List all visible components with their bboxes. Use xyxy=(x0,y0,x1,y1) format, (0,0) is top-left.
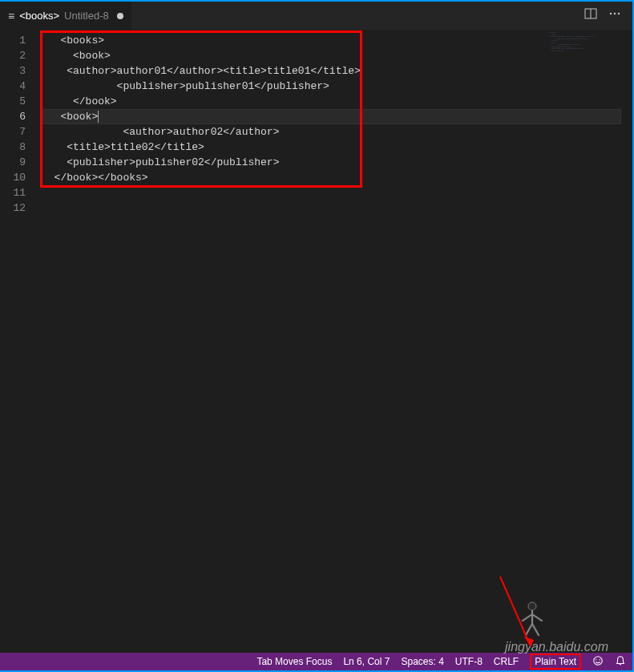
code-line[interactable]: <author>author01</author><title>title01<… xyxy=(40,63,621,79)
line-number: 1 xyxy=(0,33,26,48)
svg-point-10 xyxy=(599,658,600,659)
line-number: 12 xyxy=(0,200,26,216)
status-tab-moves-focus[interactable]: Tab Moves Focus xyxy=(256,656,332,667)
line-number: 4 xyxy=(0,79,26,94)
line-number: 3 xyxy=(0,63,26,79)
tab-bar: ≡ <books> Untitled-8 xyxy=(0,2,632,30)
status-cursor-position[interactable]: Ln 6, Col 7 xyxy=(343,656,390,667)
code-line[interactable]: <publisher>publisher02</publisher> xyxy=(40,155,621,170)
line-number: 5 xyxy=(0,94,26,109)
watermark-text: jingyan.baidu.com xyxy=(505,640,608,654)
editor-actions xyxy=(584,7,632,24)
status-bar: Tab Moves Focus Ln 6, Col 7 Spaces: 4 UT… xyxy=(0,653,632,670)
text-cursor xyxy=(98,111,99,123)
svg-point-8 xyxy=(594,656,603,665)
watermark-logo-icon xyxy=(516,600,548,638)
line-number-gutter: 123456789101112 xyxy=(0,30,40,653)
code-line[interactable] xyxy=(40,185,621,200)
code-area[interactable]: <books> <book> <author>author01</author>… xyxy=(40,30,621,653)
code-line[interactable]: <author>author02</author> xyxy=(40,124,621,140)
status-indentation[interactable]: Spaces: 4 xyxy=(401,656,443,667)
line-number: 10 xyxy=(0,170,26,185)
minimap[interactable]: <books> <book> <author>author01</author>… xyxy=(549,32,621,64)
code-line[interactable]: <book> xyxy=(40,48,621,63)
split-editor-icon[interactable] xyxy=(584,7,597,24)
svg-point-3 xyxy=(614,13,616,14)
line-number: 2 xyxy=(0,48,26,63)
code-line[interactable]: <books> xyxy=(40,33,621,48)
code-line[interactable]: </book> xyxy=(40,94,621,109)
svg-point-4 xyxy=(618,13,620,14)
status-language-mode[interactable]: Plain Text xyxy=(530,654,581,670)
status-encoding[interactable]: UTF-8 xyxy=(455,656,483,667)
file-icon: ≡ xyxy=(8,10,14,22)
tab-group: ≡ <books> Untitled-8 xyxy=(0,2,131,30)
status-eol[interactable]: CRLF xyxy=(494,656,519,667)
tab-title: <books> xyxy=(19,10,59,22)
line-number: 9 xyxy=(0,155,26,170)
feedback-icon[interactable] xyxy=(592,655,604,669)
svg-point-9 xyxy=(596,658,596,659)
code-line[interactable] xyxy=(40,200,621,216)
line-number: 6 xyxy=(0,109,26,124)
line-number: 11 xyxy=(0,185,26,200)
scrollbar-track[interactable] xyxy=(621,30,632,653)
editor: 123456789101112 <books> <book> <author>a… xyxy=(0,30,632,653)
dirty-indicator-icon xyxy=(117,13,123,19)
line-number: 8 xyxy=(0,140,26,155)
svg-point-2 xyxy=(610,13,612,14)
code-line[interactable]: </book></books> xyxy=(40,170,621,185)
more-icon[interactable] xyxy=(608,7,621,24)
line-number: 7 xyxy=(0,124,26,140)
code-line[interactable]: <title>title02</title> xyxy=(40,140,621,155)
notifications-icon[interactable] xyxy=(615,655,626,669)
code-line[interactable]: <publisher>publisher01</publisher> xyxy=(40,79,621,94)
tab-subtitle: Untitled-8 xyxy=(64,10,109,22)
editor-tab[interactable]: ≡ <books> Untitled-8 xyxy=(0,2,131,30)
code-line[interactable]: <book> xyxy=(40,109,621,124)
